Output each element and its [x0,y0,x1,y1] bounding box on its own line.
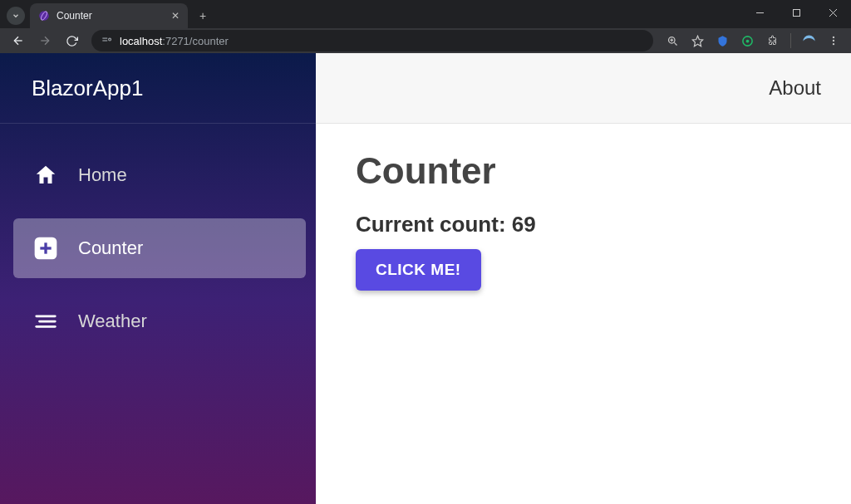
site-info-icon[interactable] [100,34,113,47]
page: BlazorApp1 Home Counter Weather [0,53,851,504]
extension-shield-icon[interactable] [711,30,733,51]
tab-favicon-icon [38,10,50,22]
plus-icon [32,234,60,262]
browser-chrome: Counter ✕ + localhost:7271/counter [0,0,851,53]
nav-item-weather[interactable]: Weather [13,291,306,351]
forward-button[interactable] [33,29,57,52]
svg-point-20 [833,40,834,42]
close-tab-icon[interactable]: ✕ [171,10,180,22]
divider [786,30,794,51]
list-icon [32,307,60,335]
svg-line-12 [674,42,676,45]
menu-icon[interactable] [823,30,844,51]
topbar: About [316,53,851,124]
back-button[interactable] [7,29,30,52]
sidebar: BlazorApp1 Home Counter Weather [0,53,316,504]
window-minimize-button[interactable] [741,0,778,25]
svg-marker-15 [692,36,703,46]
profile-icon[interactable] [798,30,819,51]
extensions-icon[interactable] [761,30,783,51]
window-close-button[interactable] [814,0,851,25]
browser-toolbar: localhost:7271/counter [0,28,851,53]
zoom-icon[interactable] [662,30,683,51]
tab-title: Counter [57,10,165,22]
window-maximize-button[interactable] [778,0,814,25]
brand-text: BlazorApp1 [32,76,143,101]
count-value: 69 [512,212,536,237]
nav-item-label: Counter [78,237,143,259]
nav-item-label: Weather [78,311,147,332]
page-heading: Counter [356,150,811,192]
svg-point-17 [745,39,749,42]
svg-rect-3 [793,9,799,16]
content: Counter Current count: 69 CLICK ME! [316,124,851,317]
window-controls [741,0,851,25]
url-host: localhost [120,35,162,47]
extension-circle-icon[interactable] [736,30,758,51]
reload-button[interactable] [60,29,83,52]
about-link[interactable]: About [769,76,821,100]
tab-search-button[interactable] [7,7,25,25]
toolbar-right [662,30,844,51]
svg-point-10 [109,38,111,41]
brand-header[interactable]: BlazorApp1 [0,53,316,124]
tab-strip: Counter ✕ + [0,0,851,28]
address-bar[interactable]: localhost:7271/counter [91,30,653,51]
count-label: Current count: [356,212,512,237]
count-row: Current count: 69 [356,212,811,237]
svg-point-19 [833,37,834,38]
url-text: localhost:7271/counter [120,35,229,47]
nav-item-home[interactable]: Home [13,145,306,205]
home-icon [32,161,60,189]
main: About Counter Current count: 69 CLICK ME… [316,53,851,504]
nav-item-label: Home [78,164,127,186]
new-tab-button[interactable]: + [193,6,213,26]
click-me-button[interactable]: CLICK ME! [356,249,481,291]
bookmark-icon[interactable] [686,30,708,51]
sidebar-nav: Home Counter Weather [0,124,316,351]
nav-item-counter[interactable]: Counter [13,218,306,278]
browser-tab[interactable]: Counter ✕ [30,3,188,28]
url-path: :7271/counter [162,35,229,47]
svg-point-21 [833,43,834,45]
